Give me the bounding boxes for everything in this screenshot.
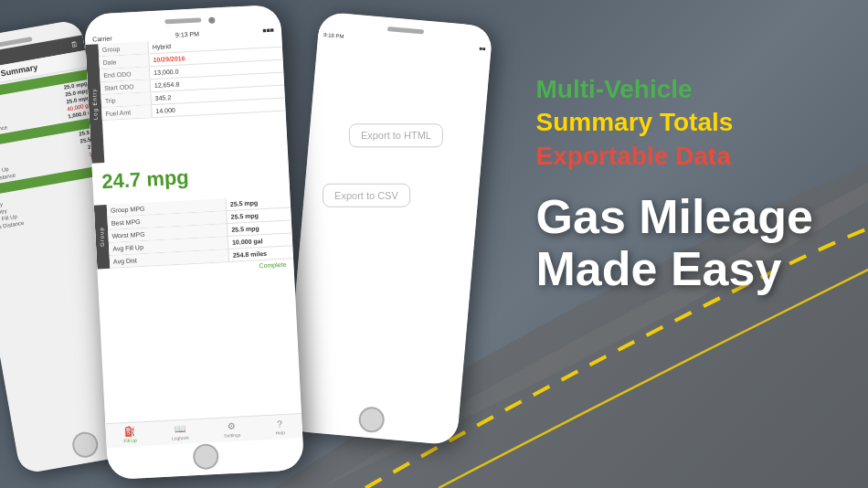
group-sidebar-label: Group [99, 227, 105, 247]
left-icon: 🗓 [70, 39, 79, 48]
tab-fillup[interactable]: ⛽ Fill Up [123, 427, 137, 444]
phone-center: Carrier 9:13 PM ■■■ Log Entry Group Hybr… [84, 5, 304, 481]
tab-fillup-label: Fill Up [123, 438, 136, 444]
export-html-button[interactable]: Export to HTML [349, 123, 443, 147]
log-entry-form: Group Hybrid Date 10/29/2016 End ODO 13,… [99, 35, 289, 163]
right-battery-icon: ■■ [479, 46, 486, 52]
center-camera [208, 17, 215, 24]
promo-text-area: Multi-Vehicle Summary Totals Exportable … [536, 73, 813, 296]
tab-settings[interactable]: ⚙ Settings [223, 421, 240, 439]
export-csv-button[interactable]: Export to CSV [323, 184, 410, 207]
logbook-icon: 📖 [175, 424, 186, 435]
tagline-line2: Made Easy [536, 242, 782, 295]
log-entry-form-area: Log Entry Group Hybrid Date 10/29/2016 E… [86, 35, 289, 164]
tagline: Gas Mileage Made Easy [536, 191, 813, 295]
right-phone-screen: 9:18 PM ■■ Export to HTML Export to CSV [283, 12, 492, 446]
promo-summary-totals: Summary Totals [536, 106, 813, 139]
tagline-line1: Gas Mileage [536, 190, 813, 243]
tab-help[interactable]: ? Help [275, 419, 285, 436]
group-stats-area: Group Group MPG 25.5 mpg Best MPG 25.5 m… [94, 195, 293, 269]
center-battery: ■■■ [262, 27, 274, 34]
tab-logbook-label: Logbook [172, 435, 189, 441]
help-icon: ? [277, 419, 282, 429]
tab-logbook[interactable]: 📖 Logbook [171, 424, 189, 441]
log-entry-sidebar-label: Log Entry [91, 88, 99, 120]
tab-settings-label: Settings [224, 432, 240, 439]
center-carrier: Carrier [92, 35, 112, 42]
fillup-icon: ⛽ [124, 427, 136, 438]
tab-bar: ⛽ Fill Up 📖 Logbook ⚙ Settings ? Help [105, 413, 302, 448]
tab-help-label: Help [275, 430, 285, 436]
right-time: 9:18 PM [323, 32, 344, 39]
phones-area: 8:17 PM 🗓 Summary Diesel Average 25.0 mp… [0, 0, 512, 488]
center-time: 9:13 PM [175, 30, 199, 37]
settings-icon: ⚙ [228, 421, 237, 431]
group-stats-table: Group MPG 25.5 mpg Best MPG 25.5 mpg Wor… [107, 195, 293, 268]
promo-multi-vehicle: Multi-Vehicle [536, 73, 813, 106]
center-phone-screen: Carrier 9:13 PM ■■■ Log Entry Group Hybr… [84, 5, 304, 481]
promo-exportable-data: Exportable Data [536, 140, 813, 173]
phone-right: 9:18 PM ■■ Export to HTML Export to CSV [283, 12, 492, 446]
